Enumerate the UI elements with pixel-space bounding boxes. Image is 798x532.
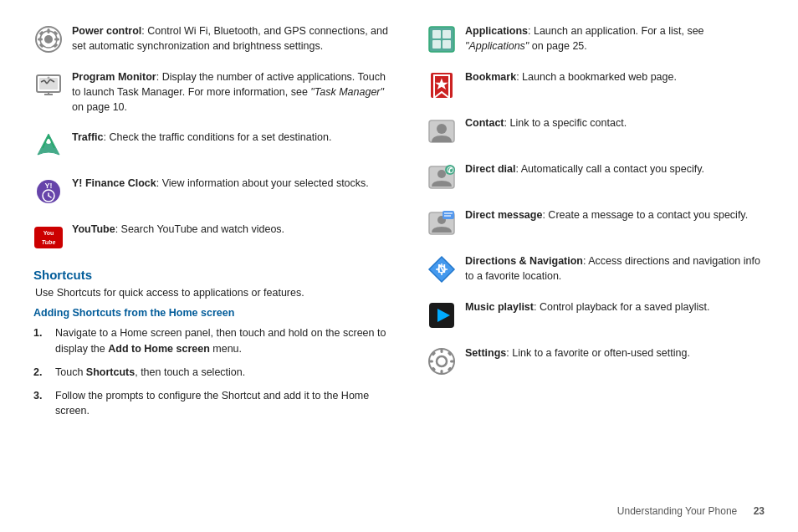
- svg-rect-4: [38, 38, 43, 41]
- svg-rect-3: [48, 28, 50, 33]
- bookmark-label: Bookmark: [465, 71, 516, 83]
- settings-icon: [427, 346, 457, 376]
- applications-icon: [427, 24, 457, 54]
- contact-label: Contact: [465, 117, 504, 129]
- adding-shortcuts-title: Adding Shortcuts from the Home screen: [33, 307, 393, 319]
- shortcuts-section: Shortcuts Use Shortcuts for quick access…: [33, 268, 393, 418]
- svg-rect-59: [429, 361, 433, 363]
- steps-list: 1. Navigate to a Home screen panel, then…: [33, 325, 393, 418]
- power-control-label: Power control: [72, 25, 141, 37]
- svg-rect-31: [442, 30, 451, 38]
- shortcuts-title: Shortcuts: [33, 268, 393, 282]
- step-1-num: 1.: [33, 325, 50, 340]
- power-control-item: Power control: Control Wi Fi, Bluetooth,…: [33, 23, 393, 54]
- music-icon: [427, 300, 457, 330]
- yfinance-label: Y! Finance Clock: [72, 177, 156, 189]
- page-number: 23: [754, 505, 765, 517]
- svg-point-12: [48, 77, 50, 79]
- svg-text:✆: ✆: [447, 166, 454, 175]
- svg-text:You: You: [43, 230, 54, 236]
- bookmark-icon: [427, 70, 457, 100]
- direct-dial-item: ✆ Direct dial: Automatically call a cont…: [427, 161, 765, 192]
- direct-message-label: Direct message: [465, 209, 542, 221]
- page: Power control: Control Wi Fi, Bluetooth,…: [0, 0, 798, 532]
- bookmark-desc: : Launch a bookmarked web page.: [516, 71, 677, 83]
- direct-dial-label: Direct dial: [465, 163, 515, 175]
- applications-text: Applications: Launch an application. For…: [465, 23, 765, 54]
- directions-item: N Directions & Navigation: Access direct…: [427, 253, 765, 284]
- music-item: Music playlist: Control playback for a s…: [427, 299, 765, 330]
- contact-desc: : Link to a specific contact.: [504, 117, 627, 129]
- traffic-item: Traffic: Check the traffic conditions fo…: [33, 130, 393, 161]
- yfinance-text: Y! Finance Clock: View information about…: [72, 176, 393, 191]
- direct-message-icon: [427, 208, 457, 238]
- contact-text: Contact: Link to a specific contact.: [465, 115, 765, 130]
- contact-icon: [427, 116, 457, 146]
- program-monitor-text: Program Monitor: Display the number of a…: [72, 69, 393, 115]
- directions-label: Directions & Navigation: [465, 255, 583, 267]
- step-2: 2. Touch Shortcuts, then touch a selecti…: [33, 365, 393, 380]
- direct-dial-text: Direct dial: Automatically call a contac…: [465, 161, 765, 176]
- traffic-desc: : Check the traffic conditions for a set…: [104, 131, 332, 143]
- program-monitor-label: Program Monitor: [72, 71, 156, 83]
- traffic-icon: [33, 130, 64, 161]
- settings-text: Settings: Link to a favorite or often-us…: [465, 345, 765, 361]
- svg-text:Y!: Y!: [45, 182, 53, 190]
- svg-rect-30: [432, 30, 441, 38]
- youtube-text: YouTube: Search YouTube and watch videos…: [72, 222, 393, 237]
- step-2-num: 2.: [33, 365, 50, 380]
- bookmark-text: Bookmark: Launch a bookmarked web page.: [465, 69, 765, 84]
- right-column: Applications: Launch an application. For…: [418, 23, 765, 509]
- direct-dial-icon: ✆: [427, 162, 457, 192]
- traffic-text: Traffic: Check the traffic conditions fo…: [72, 130, 393, 145]
- applications-item: Applications: Launch an application. For…: [427, 23, 765, 54]
- program-monitor-icon: [33, 70, 64, 100]
- svg-rect-44: [442, 211, 454, 219]
- music-desc: : Control playback for a saved playlist.: [534, 301, 710, 313]
- directions-text: Directions & Navigation: Access directio…: [465, 253, 765, 284]
- directions-icon: N: [427, 254, 457, 284]
- settings-desc: : Link to a favorite or often-used setti…: [506, 347, 690, 359]
- step-3-num: 3.: [33, 388, 50, 403]
- yfinance-desc: : View information about your selected s…: [156, 177, 369, 189]
- svg-rect-60: [450, 361, 454, 363]
- svg-rect-33: [442, 40, 451, 49]
- power-control-icon: [33, 24, 64, 54]
- step-3: 3. Follow the prompts to configure the S…: [33, 388, 393, 418]
- music-text: Music playlist: Control playback for a s…: [465, 299, 765, 315]
- svg-rect-57: [441, 349, 443, 353]
- step-3-text: Follow the prompts to configure the Shor…: [55, 388, 393, 418]
- power-control-text: Power control: Control Wi Fi, Bluetooth,…: [72, 23, 393, 54]
- settings-item: Settings: Link to a favorite or often-us…: [427, 345, 765, 376]
- youtube-label: YouTube: [72, 223, 115, 235]
- step-1: 1. Navigate to a Home screen panel, then…: [33, 325, 393, 356]
- footer-text: Understanding Your Phone: [617, 505, 737, 517]
- svg-text:Tube: Tube: [42, 239, 56, 245]
- svg-rect-32: [432, 40, 441, 49]
- youtube-desc: : Search YouTube and watch videos.: [115, 223, 284, 235]
- left-column: Power control: Control Wi Fi, Bluetooth,…: [33, 23, 418, 509]
- svg-rect-5: [54, 38, 59, 41]
- applications-label: Applications: [465, 25, 528, 37]
- svg-rect-58: [441, 370, 443, 374]
- svg-rect-11: [39, 78, 58, 90]
- svg-point-56: [437, 356, 447, 366]
- contact-item: Contact: Link to a specific contact.: [427, 115, 765, 146]
- direct-message-text: Direct message: Create a message to a co…: [465, 207, 765, 223]
- svg-point-2: [44, 35, 53, 43]
- page-footer: Understanding Your Phone 23: [617, 505, 765, 517]
- direct-message-item: Direct message: Create a message to a co…: [427, 207, 765, 238]
- traffic-label: Traffic: [72, 131, 104, 143]
- svg-point-39: [437, 170, 446, 178]
- youtube-item: You Tube YouTube: Search YouTube and wat…: [33, 222, 393, 253]
- settings-label: Settings: [465, 347, 506, 359]
- direct-dial-desc: : Automatically call a contact you speci…: [515, 163, 704, 175]
- step-2-text: Touch Shortcuts, then touch a selection.: [55, 365, 245, 380]
- bookmark-item: Bookmark: Launch a bookmarked web page.: [427, 69, 765, 100]
- yfinance-icon: Y!: [33, 176, 64, 207]
- yfinance-item: Y! Y! Finance Clock: View information ab…: [33, 176, 393, 207]
- step-1-text: Navigate to a Home screen panel, then to…: [55, 325, 393, 356]
- music-label: Music playlist: [465, 301, 534, 313]
- direct-message-desc: : Create a message to a contact you spec…: [542, 209, 748, 221]
- shortcuts-desc: Use Shortcuts for quick access to applic…: [33, 287, 393, 299]
